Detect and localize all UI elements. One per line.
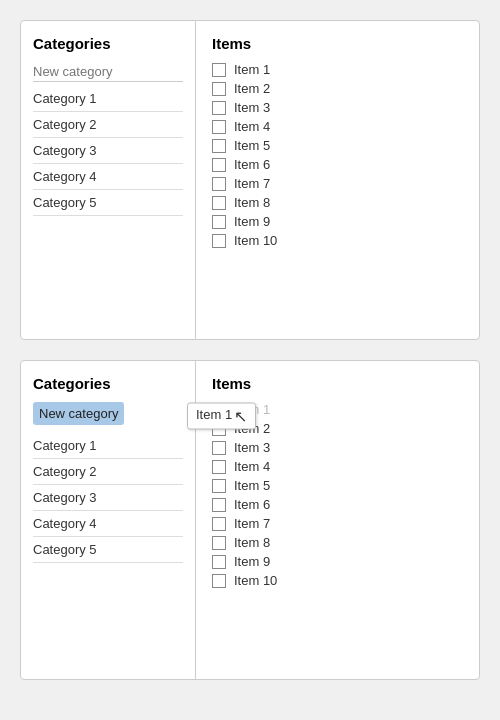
category-item[interactable]: Category 4	[33, 511, 183, 537]
list-item: Item 4	[212, 459, 463, 474]
list-item: Item 9	[212, 214, 463, 229]
category-item[interactable]: Category 4	[33, 164, 183, 190]
category-item[interactable]: Category 3	[33, 138, 183, 164]
item-label: Item 5	[234, 138, 270, 153]
list-item: Item 8	[212, 535, 463, 550]
list-item: Item 7	[212, 516, 463, 531]
item-checkbox[interactable]	[212, 63, 226, 77]
item-checkbox[interactable]	[212, 460, 226, 474]
list-item: Item 4	[212, 119, 463, 134]
categories-header-1: Categories	[33, 35, 183, 52]
item-label: Item 9	[234, 214, 270, 229]
category-item[interactable]: Category 5	[33, 537, 183, 563]
item-checkbox[interactable]	[212, 82, 226, 96]
item-label: Item 7	[234, 516, 270, 531]
list-item: Item 5	[212, 138, 463, 153]
item-label: Item 8	[234, 535, 270, 550]
item-label: Item 6	[234, 157, 270, 172]
item-label: Item 5	[234, 478, 270, 493]
item-label: Item 6	[234, 497, 270, 512]
new-category-selected[interactable]: New category	[33, 402, 124, 425]
panel-2: Categories New category Item 1↖ Category…	[20, 360, 480, 680]
item-checkbox[interactable]	[212, 498, 226, 512]
item-label: Item 4	[234, 459, 270, 474]
category-item[interactable]: Category 5	[33, 190, 183, 216]
item-checkbox[interactable]	[212, 101, 226, 115]
item-checkbox[interactable]	[212, 517, 226, 531]
item-label: Item 10	[234, 573, 277, 588]
item-checkbox[interactable]	[212, 196, 226, 210]
item-checkbox[interactable]	[212, 234, 226, 248]
item-label: Item 3	[234, 100, 270, 115]
category-item[interactable]: Category 2	[33, 112, 183, 138]
list-item: Item 6	[212, 497, 463, 512]
list-item: Item 2	[212, 81, 463, 96]
item-label: Item 8	[234, 195, 270, 210]
tooltip-text: Item 1	[196, 407, 232, 422]
item-checkbox[interactable]	[212, 177, 226, 191]
items-header-2: Items	[212, 375, 463, 392]
list-item: Item 3	[212, 100, 463, 115]
item-label: Item 7	[234, 176, 270, 191]
item-checkbox[interactable]	[212, 574, 226, 588]
items-list-2: Item 1 Item 2 Item 3 Item 4 Item 5 Item …	[212, 402, 463, 588]
category-item[interactable]: Category 3	[33, 485, 183, 511]
new-category-input-1[interactable]	[33, 62, 183, 82]
items-header-1: Items	[212, 35, 463, 52]
item-label: Item 10	[234, 233, 277, 248]
list-item: Item 9	[212, 554, 463, 569]
item-checkbox[interactable]	[212, 215, 226, 229]
item-label: Item 2	[234, 81, 270, 96]
list-item: Item 3	[212, 440, 463, 455]
item-checkbox[interactable]	[212, 555, 226, 569]
list-item: Item 8	[212, 195, 463, 210]
item-label: Item 1	[234, 62, 270, 77]
item-checkbox[interactable]	[212, 139, 226, 153]
item-checkbox[interactable]	[212, 120, 226, 134]
list-item: Item 1	[212, 62, 463, 77]
list-item: Item 10	[212, 233, 463, 248]
panel-1: Categories Category 1 Category 2 Categor…	[20, 20, 480, 340]
list-item: Item 5	[212, 478, 463, 493]
list-item: Item 6	[212, 157, 463, 172]
list-item: Item 7	[212, 176, 463, 191]
item-label: Item 9	[234, 554, 270, 569]
item-checkbox[interactable]	[212, 479, 226, 493]
category-item[interactable]: Category 2	[33, 459, 183, 485]
item-label: Item 4	[234, 119, 270, 134]
item-checkbox[interactable]	[212, 158, 226, 172]
item-checkbox[interactable]	[212, 536, 226, 550]
items-list-1: Item 1 Item 2 Item 3 Item 4 Item 5 Item …	[212, 62, 463, 248]
categories-header-2: Categories	[33, 375, 183, 392]
tooltip: Item 1↖	[187, 402, 256, 429]
cursor-icon: ↖	[234, 406, 247, 425]
item-label: Item 3	[234, 440, 270, 455]
categories-column-2: Categories New category Item 1↖ Category…	[21, 361, 196, 679]
categories-column-1: Categories Category 1 Category 2 Categor…	[21, 21, 196, 339]
items-column-1: Items Item 1 Item 2 Item 3 Item 4 Item 5…	[196, 21, 479, 339]
category-item[interactable]: Category 1	[33, 86, 183, 112]
category-item[interactable]: Category 1	[33, 433, 183, 459]
list-item: Item 10	[212, 573, 463, 588]
item-checkbox[interactable]	[212, 441, 226, 455]
